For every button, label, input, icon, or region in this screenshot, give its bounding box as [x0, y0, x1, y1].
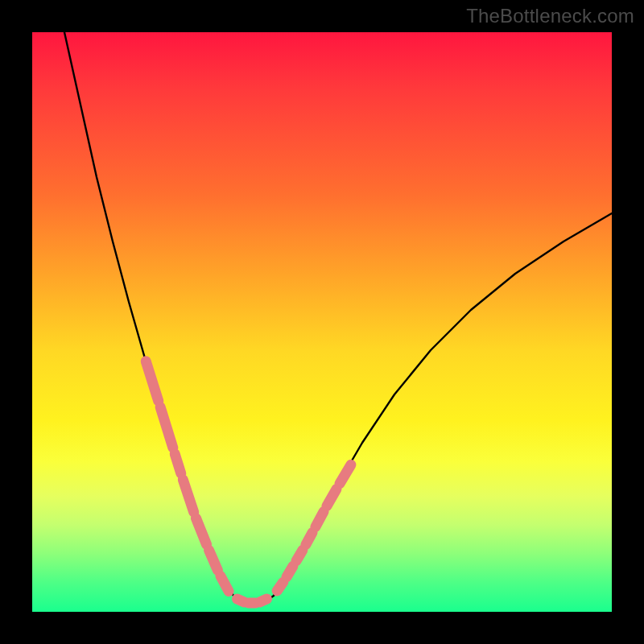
- pink-dash: [296, 550, 303, 560]
- pink-dash: [340, 464, 351, 483]
- plot-area: [32, 32, 612, 612]
- watermark-text: TheBottleneck.com: [466, 5, 634, 27]
- pink-dash: [221, 576, 229, 592]
- chart-frame: TheBottleneck.com: [0, 0, 644, 644]
- pink-dash: [306, 533, 312, 545]
- pink-dash: [260, 599, 267, 602]
- bottleneck-curve: [64, 32, 612, 604]
- curve-svg: [32, 32, 612, 612]
- pink-dash: [175, 454, 181, 473]
- pink-dash: [196, 518, 206, 545]
- pink-dash: [146, 361, 159, 401]
- pink-dash: [327, 489, 336, 506]
- pink-dash: [183, 480, 193, 512]
- pink-dash: [209, 551, 218, 571]
- pink-dash: [237, 599, 245, 602]
- pink-dash: [287, 566, 293, 576]
- pink-dash: [160, 407, 173, 448]
- pink-dash: [316, 512, 324, 527]
- pink-dash-group: [146, 361, 351, 603]
- pink-dash: [277, 582, 283, 591]
